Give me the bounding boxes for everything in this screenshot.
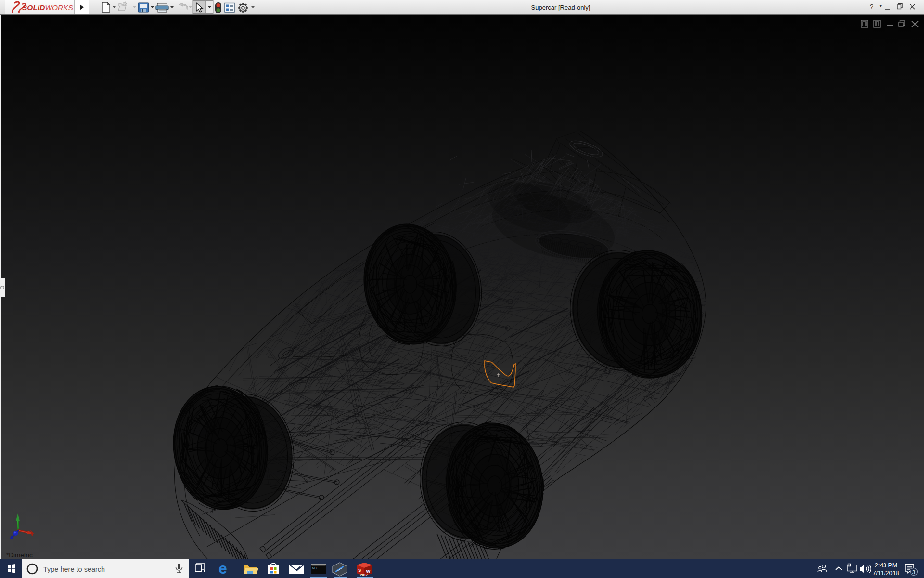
- svg-text:C:\_: C:\_: [312, 566, 319, 570]
- svg-text:S: S: [358, 567, 361, 573]
- svg-text:2:43 PM: 2:43 PM: [875, 562, 898, 569]
- svg-text:2017: 2017: [360, 573, 368, 577]
- svg-text:3: 3: [912, 569, 915, 575]
- svg-text:Type here to search: Type here to search: [43, 565, 105, 573]
- svg-text:7/11/2018: 7/11/2018: [873, 570, 899, 577]
- svg-text:e: e: [218, 560, 227, 577]
